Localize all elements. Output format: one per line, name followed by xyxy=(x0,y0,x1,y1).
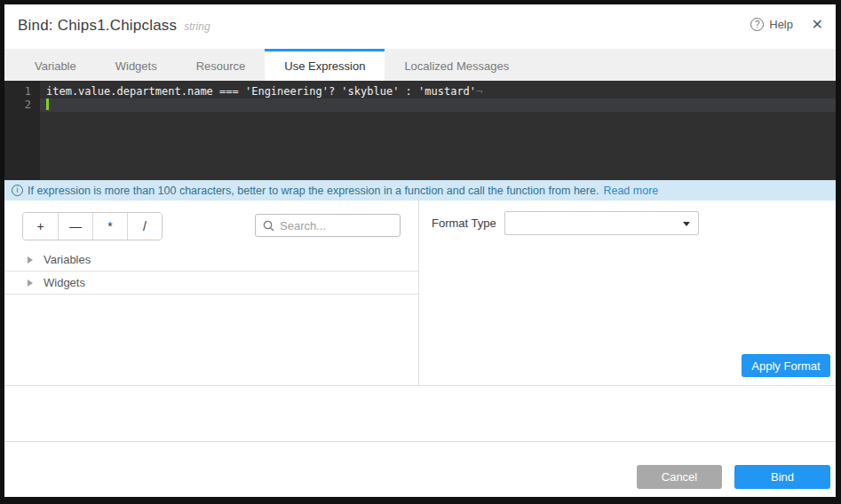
tab-localized-messages[interactable]: Localized Messages xyxy=(385,49,528,81)
caret-right-icon[interactable] xyxy=(28,256,33,264)
tab-resource[interactable]: Resource xyxy=(177,49,266,81)
divide-operator-button[interactable]: / xyxy=(127,213,162,240)
multiply-operator-button[interactable]: * xyxy=(92,213,127,240)
plus-operator-button[interactable]: + xyxy=(23,213,58,240)
search-box[interactable] xyxy=(255,214,401,237)
binding-source-tree: Variables Widgets xyxy=(4,248,418,295)
dropdown-arrow-icon xyxy=(683,222,690,226)
expression-code-editor[interactable]: 1 2 item.value.department.name === 'Engi… xyxy=(4,81,836,180)
format-type-select[interactable] xyxy=(504,211,699,235)
tab-widgets[interactable]: Widgets xyxy=(96,49,177,81)
code-line-1: item.value.department.name === 'Engineer… xyxy=(40,85,836,98)
tree-item-label: Variables xyxy=(44,253,91,266)
tree-item-widgets[interactable]: Widgets xyxy=(4,272,418,295)
eol-marker: ¬ xyxy=(476,85,482,98)
operator-button-group: + — * / xyxy=(22,212,163,240)
info-icon: i xyxy=(12,185,23,196)
line-number: 1 xyxy=(4,85,40,98)
search-icon xyxy=(263,220,274,232)
help-button[interactable]: ? Help xyxy=(750,18,793,31)
expression-tools-panel: + — * / Variables Widgets xyxy=(4,201,418,385)
line-number: 2 xyxy=(4,98,40,112)
editor-cursor xyxy=(46,98,49,110)
read-more-link[interactable]: Read more xyxy=(603,185,658,197)
dialog-title: Bind: Chips1.Chipclass xyxy=(18,17,177,35)
expression-info-bar: i If expression is more than 100 charact… xyxy=(4,180,836,201)
bind-dialog: Bind: Chips1.Chipclass string ? Help ✕ V… xyxy=(4,4,836,497)
search-input[interactable] xyxy=(280,219,393,232)
tree-item-variables[interactable]: Variables xyxy=(4,248,418,272)
apply-format-button[interactable]: Apply Format xyxy=(742,354,830,377)
info-text: If expression is more than 100 character… xyxy=(28,185,599,197)
minus-operator-button[interactable]: — xyxy=(58,213,92,240)
editor-gutter: 1 2 xyxy=(4,81,40,180)
code-line-2 xyxy=(40,98,836,112)
code-text: item.value.department.name === 'Engineer… xyxy=(46,85,476,98)
format-type-label: Format Type xyxy=(432,217,496,230)
tab-bar: Variable Widgets Resource Use Expression… xyxy=(4,49,836,81)
tab-use-expression[interactable]: Use Expression xyxy=(265,49,385,81)
close-icon[interactable]: ✕ xyxy=(812,16,823,34)
main-area: + — * / Variables Widgets xyxy=(4,201,836,386)
tree-item-label: Widgets xyxy=(44,276,85,289)
format-panel: Format Type Apply Format xyxy=(418,201,836,385)
help-label: Help xyxy=(769,18,793,31)
bind-button[interactable]: Bind xyxy=(734,465,830,489)
help-question-icon: ? xyxy=(750,18,764,31)
dialog-subtitle: string xyxy=(184,20,210,33)
caret-right-icon[interactable] xyxy=(28,280,33,287)
dialog-footer: Cancel Bind xyxy=(4,441,836,497)
editor-code-area[interactable]: item.value.department.name === 'Engineer… xyxy=(40,81,836,180)
dialog-header: Bind: Chips1.Chipclass string ? Help ✕ xyxy=(4,4,836,49)
cancel-button[interactable]: Cancel xyxy=(637,465,722,489)
tab-variable[interactable]: Variable xyxy=(15,49,96,81)
title-wrap: Bind: Chips1.Chipclass string xyxy=(18,17,210,35)
